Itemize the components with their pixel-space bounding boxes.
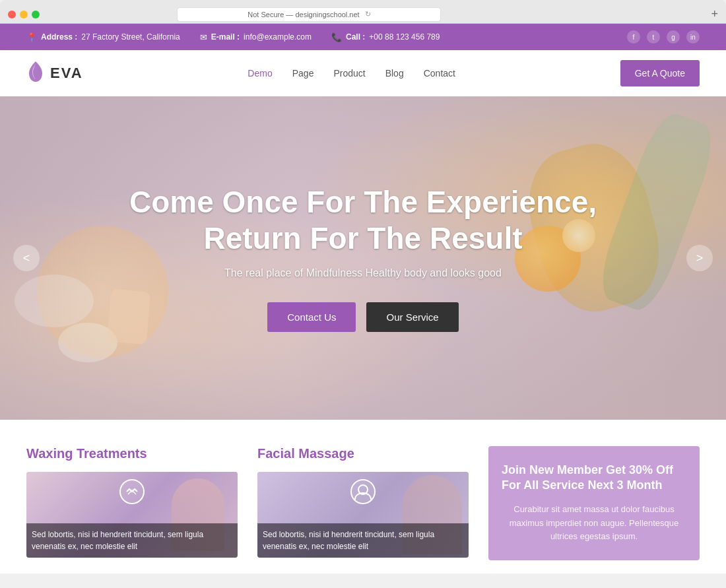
waxing-card-text: Sed lobortis, nisi id hendrerit tincidun… [26, 523, 238, 558]
dot-red[interactable] [8, 11, 16, 18]
waxing-rest: Treatments [73, 446, 147, 461]
waxing-title: Waxing Treatments [26, 446, 238, 461]
arrow-left-icon: < [23, 251, 30, 265]
promo-block: Join New Member Get 30% Off For All Serv… [488, 446, 700, 560]
googleplus-icon[interactable]: g [667, 30, 680, 44]
facebook-icon[interactable]: f [627, 30, 640, 44]
location-icon: 📍 [26, 32, 37, 42]
browser-chrome: Not Secure — designingschool.net ↻ + [0, 0, 726, 24]
nav-page[interactable]: Page [292, 68, 314, 79]
main-nav: EVA Demo Page Product Blog Contact Get A… [0, 50, 726, 96]
nav-blog[interactable]: Blog [385, 68, 404, 79]
hero-content: Come Once For The Experience, Return For… [129, 184, 597, 332]
twitter-icon[interactable]: t [647, 30, 660, 44]
dot-green[interactable] [32, 11, 40, 18]
website: 📍 Address : 27 Factory Street, Californi… [0, 24, 726, 573]
get-quote-button[interactable]: Get A Quote [620, 60, 700, 86]
phone-icon: 📞 [331, 32, 342, 42]
address-item: 📍 Address : 27 Factory Street, Californi… [26, 32, 180, 42]
facial-icon [350, 478, 376, 505]
contact-us-button[interactable]: Contact Us [267, 302, 356, 332]
email-item: ✉ E-mail : info@example.com [200, 32, 312, 42]
promo-title: Join New Member Get 30% Off For All Serv… [502, 463, 686, 494]
logo-text: EVA [50, 65, 83, 82]
bottom-section: Waxing Treatments Sed lobortis, nisi id … [0, 420, 726, 573]
top-bar: 📍 Address : 27 Factory Street, Californi… [0, 24, 726, 50]
social-links: f t g in [627, 30, 700, 44]
waxing-accent: Waxing [26, 446, 73, 461]
nav-links: Demo Page Product Blog Contact [248, 68, 455, 79]
waxing-card[interactable]: Sed lobortis, nisi id hendrerit tincidun… [26, 472, 238, 558]
hero-title: Come Once For The Experience, Return For… [129, 184, 597, 257]
email-value: info@example.com [244, 32, 312, 42]
call-item: 📞 Call : +00 88 123 456 789 [331, 32, 440, 42]
new-tab-button[interactable]: + [711, 7, 718, 21]
linkedin-icon[interactable]: in [686, 30, 700, 44]
nav-contact[interactable]: Contact [424, 68, 455, 79]
email-label: E-mail : [211, 32, 240, 42]
hero-title-line1: Come Once For The Experience, [129, 185, 597, 219]
call-value: +00 88 123 456 789 [369, 32, 440, 42]
top-bar-left: 📍 Address : 27 Factory Street, Californi… [26, 32, 440, 42]
hero-section: < Come Once For The Experience, Return F… [0, 96, 726, 420]
dot-yellow[interactable] [20, 11, 28, 18]
url-text: Not Secure — designingschool.net [248, 11, 359, 18]
call-label: Call : [346, 32, 365, 42]
promo-text: Curabitur sit amet massa ut dolor faucib… [502, 503, 686, 544]
facial-accent: Facial [257, 446, 295, 461]
waxing-block: Waxing Treatments Sed lobortis, nisi id … [26, 446, 238, 560]
reload-icon[interactable]: ↻ [365, 10, 371, 18]
arrow-right-icon: > [696, 251, 704, 265]
hero-buttons: Contact Us Our Service [129, 302, 597, 332]
our-service-button[interactable]: Our Service [366, 302, 458, 332]
nav-demo[interactable]: Demo [248, 68, 272, 79]
facial-title: Facial Massage [257, 446, 469, 461]
facial-rest: Massage [295, 446, 354, 461]
svg-point-1 [351, 480, 375, 504]
logo-icon [26, 60, 45, 87]
browser-dots [8, 11, 40, 18]
hero-subtitle: The real place of Mindfulness Healthy bo… [129, 267, 597, 279]
hero-next-button[interactable]: > [686, 245, 713, 271]
hero-prev-button[interactable]: < [13, 245, 40, 271]
facial-card-text: Sed lobortis, nisi id hendrerit tincidun… [257, 523, 469, 558]
url-bar[interactable]: Not Secure — designingschool.net ↻ [177, 7, 441, 22]
address-label: Address : [41, 32, 77, 42]
logo[interactable]: EVA [26, 60, 83, 87]
nav-product[interactable]: Product [333, 68, 365, 79]
address-value: 27 Factory Street, California [81, 32, 180, 42]
waxing-icon [119, 478, 145, 505]
facial-block: Facial Massage Sed lobortis, nisi id hen… [257, 446, 469, 560]
hero-title-line2: Return For The Result [203, 221, 522, 255]
facial-card[interactable]: Sed lobortis, nisi id hendrerit tincidun… [257, 472, 469, 558]
email-icon: ✉ [200, 32, 207, 42]
